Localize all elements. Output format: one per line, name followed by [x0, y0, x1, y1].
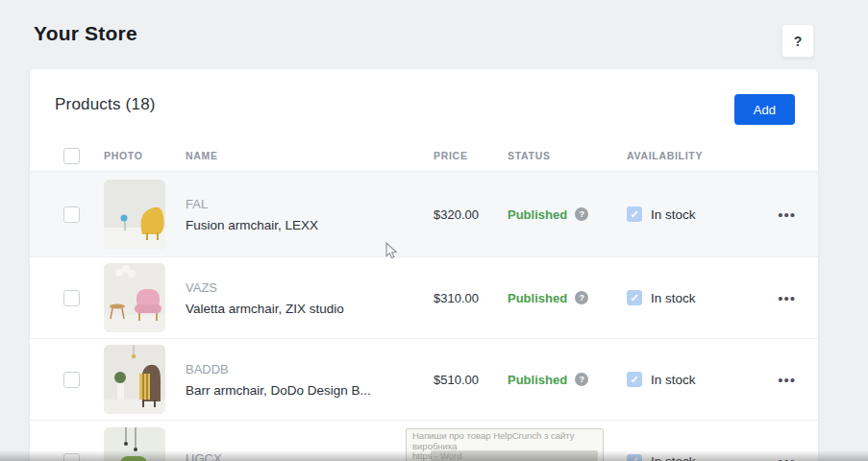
status-badge: Published: [508, 291, 567, 305]
table-row[interactable]: VAZS Valetta armchair, ZIX studio $310.0…: [30, 257, 818, 339]
armchair-photo-icon: [104, 427, 165, 461]
table-header-row: PHOTO NAME PRICE STATUS AVAILABILITY: [30, 140, 818, 172]
armchair-photo-icon: [104, 263, 165, 332]
product-sku: BADDB: [186, 362, 434, 376]
product-name: Fusion armchair, LEXX: [186, 218, 434, 232]
in-stock-checkbox[interactable]: [627, 206, 642, 222]
product-photo: [104, 345, 165, 414]
column-header-photo: PHOTO: [104, 150, 186, 161]
help-circle-icon[interactable]: ?: [575, 207, 588, 221]
products-card-header: Products (18) Add: [30, 69, 818, 140]
row-actions-menu[interactable]: •••: [778, 372, 804, 388]
product-sku: FAL: [186, 197, 434, 211]
armchair-photo-icon: [104, 345, 165, 414]
tooltip-line: https - Word: [412, 451, 597, 461]
select-all-checkbox[interactable]: [63, 148, 80, 164]
in-stock-label: In stock: [651, 373, 696, 387]
product-sku: VAZS: [186, 280, 434, 295]
column-header-availability: AVAILABILITY: [627, 150, 756, 161]
row-checkbox[interactable]: [63, 290, 80, 306]
table-row[interactable]: BADDB Barr armchair, DoDo Design B... $5…: [30, 339, 818, 421]
status-badge: Published: [508, 207, 567, 222]
mouse-cursor: [385, 242, 398, 264]
row-checkbox[interactable]: [63, 453, 80, 461]
in-stock-label: In stock: [651, 291, 696, 305]
product-photo: [104, 180, 165, 249]
help-circle-icon[interactable]: ?: [575, 373, 588, 386]
arrow-cursor-icon: [385, 242, 398, 260]
in-stock-checkbox[interactable]: [627, 372, 642, 387]
in-stock-label: In stock: [651, 207, 696, 222]
status-badge: Published: [508, 373, 567, 387]
row-checkbox[interactable]: [63, 206, 80, 223]
products-card: Products (18) Add PHOTO NAME PRICE STATU…: [29, 68, 819, 461]
column-header-price: PRICE: [434, 150, 508, 161]
help-circle-icon[interactable]: ?: [575, 291, 588, 304]
page-title: Your Store: [34, 22, 137, 45]
product-price: $310.00: [434, 291, 508, 305]
in-stock-checkbox[interactable]: [627, 290, 642, 305]
product-price: $320.00: [434, 207, 508, 222]
os-taskbar-tooltip: Напиши про товар HelpCrunch з сайту виро…: [406, 428, 604, 461]
product-price: $510.00: [434, 373, 508, 387]
row-actions-menu[interactable]: •••: [778, 206, 804, 223]
table-row[interactable]: FAL Fusion armchair, LEXX $320.00 Publis…: [30, 172, 818, 257]
product-name: Valetta armchair, ZIX studio: [186, 302, 434, 316]
product-name: Barr armchair, DoDo Design B...: [186, 383, 434, 398]
question-mark-icon: ?: [794, 34, 803, 49]
armchair-photo-icon: [104, 180, 165, 249]
row-checkbox[interactable]: [63, 372, 80, 388]
in-stock-checkbox[interactable]: [627, 454, 642, 461]
row-actions-menu[interactable]: •••: [778, 453, 804, 461]
tooltip-line: Напиши про товар HelpCrunch з сайту виро…: [412, 431, 597, 451]
column-header-status: STATUS: [508, 150, 627, 161]
product-photo: [104, 427, 165, 461]
add-product-button[interactable]: Add: [734, 94, 795, 125]
column-header-name: NAME: [186, 150, 434, 161]
products-heading: Products (18): [55, 95, 156, 114]
in-stock-label: In stock: [651, 454, 696, 461]
product-photo: [104, 263, 165, 332]
product-sku: UGCX: [186, 451, 434, 461]
row-actions-menu[interactable]: •••: [778, 290, 804, 306]
help-button[interactable]: ?: [781, 24, 814, 58]
